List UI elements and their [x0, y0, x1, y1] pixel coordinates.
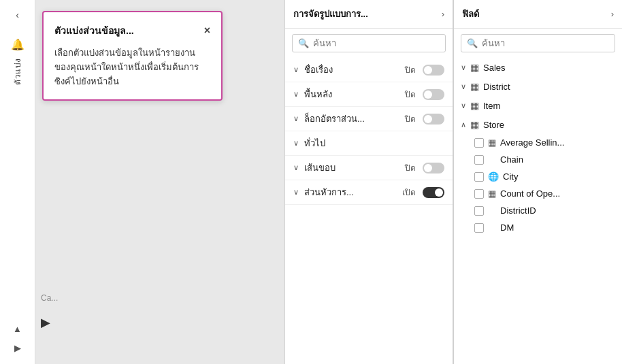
format-toggle-lockaspect[interactable] [423, 114, 444, 125]
sales-group-name: Sales [483, 63, 506, 73]
format-toggle-header[interactable] [423, 187, 444, 198]
district-table-icon: ▦ [470, 81, 479, 92]
sales-table-icon: ▦ [470, 62, 479, 73]
format-label-background: พื้นหลัง [304, 87, 402, 101]
district-group-name: District [483, 82, 510, 92]
format-item-header[interactable]: ∨ ส่วนหัวการ... เปิด [285, 180, 453, 205]
chevron-border: ∨ [293, 163, 299, 172]
checkbox-districtId[interactable] [474, 206, 484, 216]
middle-panel-arrow[interactable]: › [442, 9, 444, 19]
format-item-general[interactable]: ∨ ทั่วไป [285, 131, 453, 156]
middle-panel-header: การจัดรูปแบบการ... › [285, 0, 453, 29]
city-globe-icon: 🌐 [488, 171, 499, 182]
chevron-district: ∨ [461, 82, 466, 91]
format-toggle-label-background: ปิด [405, 88, 416, 101]
field-item-city[interactable]: 🌐 City [454, 168, 622, 185]
field-name-districtId: DistrictID [500, 205, 536, 216]
bell-icon[interactable]: 🔔 [11, 38, 24, 51]
tooltip-panel: ตัวแบ่งส่วนข้อมูล... × เลือกตัวแบ่งส่วนข… [42, 11, 223, 101]
districtId-icon: ▦ [488, 205, 496, 216]
field-group-district[interactable]: ∨ ▦ District [454, 77, 622, 96]
nav-right-button[interactable]: ▶ [10, 340, 26, 356]
vertical-label: ตัวแบ่ง [11, 58, 24, 85]
dm-icon: ▦ [488, 222, 496, 233]
format-label-general: ทั่วไป [304, 136, 444, 150]
chevron-header: ∨ [293, 188, 299, 197]
format-label-border: เส้นขอบ [304, 161, 402, 175]
format-list: ∨ ชื่อเรื่อง ปิด ∨ พื้นหลัง ปิด ∨ ล็อกอั… [285, 58, 453, 364]
right-search-box[interactable]: 🔍 [461, 34, 615, 52]
middle-panel-title: การจัดรูปแบบการ... [293, 7, 368, 21]
field-name-city: City [503, 171, 518, 182]
tooltip-description: เลือกตัวแบ่งส่วนข้อมูลในหน้ารายงานของคุณ… [54, 46, 210, 88]
tooltip-title: ตัวแบ่งส่วนข้อมูล... × [54, 23, 210, 38]
left-sidebar: ‹ 🔔 ตัวแบ่ง ▲ ▶ [0, 0, 35, 364]
format-item-lockaspect[interactable]: ∨ ล็อกอัตราส่วน... ปิด [285, 107, 453, 131]
chevron-title: ∨ [293, 65, 299, 74]
bottom-nav: ▲ ▶ [10, 320, 26, 356]
canvas-label-ca: Ca... [41, 293, 58, 303]
nav-up-button[interactable]: ▲ [10, 320, 26, 337]
right-panel-arrow[interactable]: › [611, 9, 614, 19]
field-group-store[interactable]: ∧ ▦ Store [454, 115, 622, 134]
format-toggle-border[interactable] [423, 163, 444, 173]
format-toggle-label-lockaspect: ปิด [405, 112, 416, 125]
format-item-background[interactable]: ∨ พื้นหลัง ปิด [285, 82, 453, 107]
chevron-store: ∧ [461, 120, 466, 129]
right-panel: ฟิลด์ › 🔍 ∨ ▦ Sales ∨ ▦ District [453, 0, 622, 364]
right-search-input[interactable] [482, 38, 609, 48]
field-group-item[interactable]: ∨ ▦ Item [454, 96, 622, 115]
format-label-title: ชื่อเรื่อง [304, 63, 402, 77]
field-name-dm: DM [500, 222, 514, 233]
field-name-chain: Chain [500, 154, 523, 165]
store-table-icon: ▦ [470, 119, 479, 130]
checkbox-city[interactable] [474, 172, 484, 182]
tooltip-title-text: ตัวแบ่งส่วนข้อมูล... [54, 23, 134, 38]
main-area: ...al Ca... ▶ ตัวแบ่งส่วนข้อมูล... × เลื… [35, 0, 622, 364]
field-item-countOfOpe[interactable]: ▦ Count of Ope... [454, 185, 622, 202]
checkbox-countOfOpe[interactable] [474, 189, 484, 199]
chevron-item: ∨ [461, 101, 466, 110]
format-toggle-label-border: ปิด [405, 161, 416, 174]
back-arrow[interactable]: ‹ [8, 5, 27, 24]
chevron-background: ∨ [293, 90, 299, 99]
chain-icon: ▦ [488, 154, 496, 165]
chevron-general: ∨ [293, 139, 299, 148]
checkbox-avgSelling[interactable] [474, 138, 484, 148]
middle-panel: การจัดรูปแบบการ... › 🔍 ∨ ชื่อเรื่อง ปิด … [284, 0, 453, 364]
format-label-lockaspect: ล็อกอัตราส่วน... [304, 112, 402, 126]
field-item-dm[interactable]: ▦ DM [454, 219, 622, 236]
right-panel-title: ฟิลด์ [462, 7, 479, 21]
canvas-label-s: ▶ [41, 315, 50, 330]
format-toggle-title[interactable] [423, 65, 444, 76]
middle-search-box[interactable]: 🔍 [292, 34, 446, 52]
format-item-border[interactable]: ∨ เส้นขอบ ปิด [285, 156, 453, 180]
field-name-avgSelling: Average Sellin... [500, 137, 564, 148]
right-panels: การจัดรูปแบบการ... › 🔍 ∨ ชื่อเรื่อง ปิด … [284, 0, 622, 364]
avgSelling-icon: ▦ [488, 137, 496, 148]
chevron-lockaspect: ∨ [293, 114, 299, 123]
format-toggle-label-header: เปิด [402, 186, 416, 199]
item-group-name: Item [483, 101, 500, 111]
format-label-header: ส่วนหัวการ... [304, 185, 399, 199]
field-item-avgSelling[interactable]: ▦ Average Sellin... [454, 134, 622, 151]
middle-search-icon: 🔍 [298, 38, 309, 48]
format-item-title[interactable]: ∨ ชื่อเรื่อง ปิด [285, 58, 453, 82]
tooltip-close-button[interactable]: × [204, 25, 210, 36]
format-toggle-label-title: ปิด [405, 63, 416, 76]
field-item-chain[interactable]: ▦ Chain [454, 151, 622, 168]
store-group-name: Store [483, 120, 504, 130]
checkbox-dm[interactable] [474, 223, 484, 233]
right-panel-header: ฟิลด์ › [454, 0, 622, 29]
middle-search-input[interactable] [313, 38, 440, 48]
field-item-districtId[interactable]: ▦ DistrictID [454, 202, 622, 219]
countOfOpe-icon: ▦ [488, 188, 496, 199]
fields-list: ∨ ▦ Sales ∨ ▦ District ∨ ▦ Item [454, 58, 622, 364]
format-toggle-background[interactable] [423, 89, 444, 100]
right-search-icon: 🔍 [467, 38, 478, 48]
field-group-sales[interactable]: ∨ ▦ Sales [454, 58, 622, 77]
chevron-sales: ∨ [461, 63, 466, 72]
checkbox-chain[interactable] [474, 155, 484, 165]
field-name-countOfOpe: Count of Ope... [500, 188, 560, 199]
item-table-icon: ▦ [470, 100, 479, 111]
